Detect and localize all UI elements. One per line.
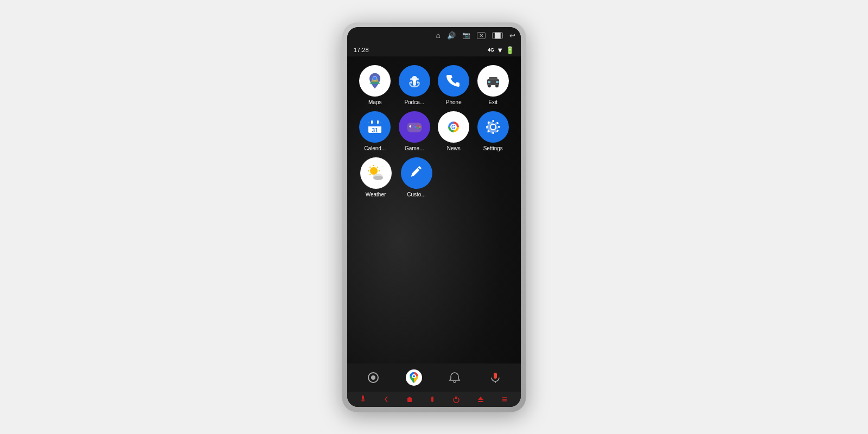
- device: ⌂ 🔊 📷 ✕ ⬜ ↩ 17:28 4G ▼ 🔋: [342, 22, 526, 412]
- app-row-3: Weather Custo...: [358, 157, 510, 198]
- physical-buttons: [347, 392, 521, 407]
- phys-back-btn[interactable]: [383, 395, 390, 403]
- svg-point-10: [488, 84, 491, 87]
- svg-line-48: [377, 167, 378, 168]
- app-calendar[interactable]: 31 Calend...: [358, 111, 392, 152]
- svg-point-11: [495, 84, 499, 87]
- app-news[interactable]: G News: [437, 111, 471, 152]
- app-phone[interactable]: Phone: [437, 65, 471, 106]
- svg-rect-16: [368, 124, 381, 126]
- svg-point-58: [413, 375, 415, 378]
- phys-eject-btn[interactable]: [477, 395, 484, 403]
- games-icon: [399, 111, 430, 143]
- svg-point-23: [417, 125, 419, 127]
- svg-rect-18: [371, 120, 373, 124]
- customize-icon: [401, 157, 432, 189]
- phys-power-btn[interactable]: [452, 395, 460, 403]
- svg-point-32: [491, 125, 495, 129]
- svg-point-3: [413, 79, 416, 82]
- radio-button[interactable]: [362, 367, 384, 388]
- status-bar: 17:28 4G ▼ 🔋: [347, 43, 521, 56]
- phone-icon: [438, 65, 469, 97]
- svg-point-5: [417, 78, 419, 80]
- screenshot-icon[interactable]: 📷: [462, 31, 470, 39]
- svg-point-55: [371, 375, 375, 380]
- settings-icon: [477, 111, 509, 143]
- svg-rect-22: [410, 125, 411, 127]
- settings-label: Settings: [483, 145, 503, 152]
- signal-icon: 4G: [488, 47, 494, 53]
- app-row-2: 31 Calend...: [358, 111, 510, 152]
- maps-icon: [359, 65, 391, 97]
- svg-rect-65: [478, 401, 483, 402]
- svg-rect-59: [494, 373, 497, 379]
- volume-icon[interactable]: 🔊: [447, 31, 456, 40]
- svg-point-53: [373, 176, 383, 180]
- app-customize[interactable]: Custo...: [399, 157, 434, 198]
- exit-label: Exit: [488, 99, 497, 106]
- weather-icon: [360, 157, 392, 189]
- voice-button[interactable]: [484, 367, 506, 388]
- back-icon[interactable]: ↩: [509, 31, 515, 40]
- svg-line-46: [369, 167, 370, 168]
- phys-home-btn[interactable]: [407, 395, 412, 403]
- games-label: Game...: [405, 145, 424, 152]
- svg-rect-36: [498, 126, 500, 128]
- phys-mic-btn[interactable]: [360, 395, 366, 403]
- weather-label: Weather: [366, 192, 386, 198]
- customize-label: Custo...: [407, 192, 425, 198]
- svg-rect-9: [489, 77, 497, 80]
- svg-point-26: [414, 126, 417, 128]
- app-exit[interactable]: Exit: [476, 65, 510, 106]
- bottom-nav: [347, 363, 521, 392]
- maps-label: Maps: [368, 99, 381, 106]
- wifi-icon: ▼: [496, 46, 503, 54]
- svg-point-4: [410, 78, 412, 80]
- device-screen: ⌂ 🔊 📷 ✕ ⬜ ↩ 17:28 4G ▼ 🔋: [347, 27, 521, 407]
- svg-point-6: [410, 81, 412, 84]
- svg-rect-33: [492, 120, 494, 122]
- nav-icons-row: ⌂ 🔊 📷 ✕ ⬜ ↩: [347, 27, 521, 43]
- svg-rect-61: [362, 395, 364, 400]
- calendar-icon: 31: [359, 111, 391, 143]
- split-screen-icon[interactable]: ⬜: [492, 32, 503, 39]
- app-games[interactable]: Game...: [398, 111, 432, 152]
- svg-rect-64: [431, 397, 433, 402]
- app-row-1: Maps: [358, 65, 510, 106]
- svg-rect-35: [486, 126, 488, 128]
- svg-rect-27: [407, 125, 410, 130]
- phone-label: Phone: [446, 99, 462, 106]
- svg-line-49: [369, 174, 370, 175]
- calendar-label: Calend...: [364, 145, 386, 152]
- svg-text:31: 31: [372, 127, 379, 133]
- svg-point-7: [417, 81, 419, 84]
- app-weather[interactable]: Weather: [358, 157, 393, 198]
- nav-maps-button[interactable]: [403, 367, 425, 388]
- battery-icon: 🔋: [506, 46, 514, 54]
- news-icon: G: [438, 111, 469, 143]
- svg-text:G: G: [451, 124, 456, 130]
- svg-rect-19: [377, 120, 379, 124]
- notifications-button[interactable]: [444, 367, 465, 388]
- svg-rect-12: [488, 81, 490, 83]
- svg-point-41: [370, 167, 378, 175]
- svg-rect-28: [419, 125, 422, 130]
- podcasts-label: Podca...: [404, 99, 424, 106]
- top-bar: ⌂ 🔊 📷 ✕ ⬜ ↩ 17:28 4G ▼ 🔋: [347, 27, 521, 56]
- app-maps[interactable]: Maps: [358, 65, 392, 106]
- phys-vol-btn[interactable]: [430, 395, 435, 403]
- podcasts-icon: [399, 65, 430, 97]
- app-grid: Maps: [347, 56, 521, 363]
- phys-settings-btn[interactable]: [501, 395, 508, 403]
- exit-icon: [477, 65, 509, 97]
- time-display: 17:28: [354, 47, 369, 53]
- app-podcasts[interactable]: Podca...: [398, 65, 432, 106]
- home-icon[interactable]: ⌂: [436, 31, 441, 40]
- close-icon[interactable]: ✕: [477, 32, 486, 39]
- svg-rect-34: [492, 132, 494, 134]
- svg-rect-63: [407, 398, 412, 402]
- svg-rect-13: [496, 81, 499, 83]
- app-settings[interactable]: Settings: [476, 111, 510, 152]
- news-label: News: [447, 145, 461, 152]
- svg-point-25: [417, 127, 419, 129]
